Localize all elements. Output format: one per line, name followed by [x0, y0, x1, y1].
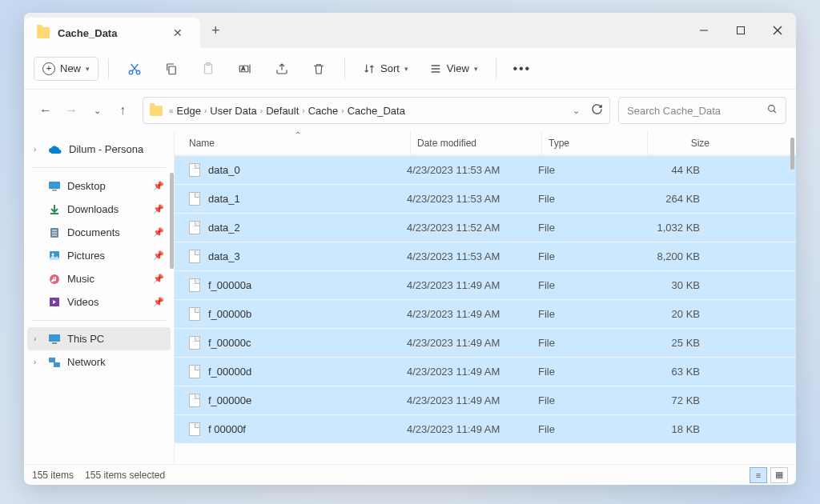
- file-type: File: [532, 279, 637, 291]
- recent-button[interactable]: ⌄: [85, 98, 109, 122]
- file-size: 25 KB: [637, 337, 706, 349]
- file-type: File: [532, 222, 637, 234]
- cloud-icon: [48, 145, 62, 154]
- file-icon: [189, 250, 200, 263]
- pc-icon: [48, 334, 61, 345]
- active-tab[interactable]: Cache_Data ✕: [24, 18, 200, 48]
- back-button[interactable]: ←: [34, 98, 58, 122]
- share-button[interactable]: [266, 54, 298, 83]
- search-input[interactable]: Search Cache_Data: [618, 97, 786, 124]
- item-count: 155 items: [32, 470, 74, 481]
- svg-rect-6: [169, 66, 175, 74]
- minimize-button[interactable]: [685, 13, 722, 48]
- file-size: 30 KB: [637, 279, 706, 291]
- sidebar-item-desktop[interactable]: Desktop📌: [27, 174, 171, 198]
- file-size: 264 KB: [637, 193, 706, 205]
- sort-button[interactable]: Sort ▾: [355, 58, 416, 80]
- sidebar-item-videos[interactable]: Videos📌: [27, 290, 171, 314]
- refresh-button[interactable]: [591, 103, 603, 118]
- sidebar-item-label: Pictures: [67, 250, 105, 262]
- new-tab-button[interactable]: +: [200, 13, 231, 48]
- sidebar-item-label: This PC: [67, 333, 104, 345]
- paste-button[interactable]: [192, 54, 224, 83]
- scrollbar[interactable]: [170, 173, 174, 269]
- sidebar-item-music[interactable]: Music📌: [27, 267, 171, 290]
- file-name: f_00000a: [208, 279, 251, 291]
- copy-button[interactable]: [155, 54, 187, 83]
- content-area: › Dilum - Persona Desktop📌Downloads📌Docu…: [24, 131, 796, 464]
- file-type: File: [532, 308, 637, 320]
- file-date: 4/23/2023 11:49 AM: [400, 394, 532, 406]
- file-date: 4/23/2023 11:49 AM: [400, 423, 532, 435]
- crumb[interactable]: Default: [266, 105, 299, 117]
- file-date: 4/23/2023 11:49 AM: [400, 308, 532, 320]
- column-type[interactable]: Type: [541, 131, 647, 154]
- close-tab-icon[interactable]: ✕: [168, 23, 187, 42]
- file-name: f_00000c: [208, 337, 251, 349]
- navigation-pane: › Dilum - Persona Desktop📌Downloads📌Docu…: [24, 131, 175, 464]
- sidebar-item-onedrive[interactable]: › Dilum - Persona: [27, 138, 171, 161]
- file-row[interactable]: f_00000c4/23/2023 11:49 AMFile25 KB: [175, 328, 796, 357]
- scrollbar[interactable]: [790, 138, 794, 170]
- file-icon: [189, 394, 200, 407]
- folder-icon: [150, 106, 163, 116]
- sidebar-item-label: Music: [67, 273, 94, 285]
- file-row[interactable]: data_34/23/2023 11:53 AMFile8,200 KB: [175, 242, 796, 270]
- file-name: f_00000e: [208, 394, 251, 406]
- videos-icon: [48, 296, 61, 308]
- up-button[interactable]: ↑: [111, 98, 135, 122]
- breadcrumb[interactable]: « Edge › User Data › Default › Cache › C…: [143, 97, 610, 124]
- folder-icon: [37, 27, 50, 38]
- file-type: File: [532, 250, 637, 262]
- delete-button[interactable]: [303, 54, 335, 83]
- crumb[interactable]: Cache_Data: [348, 105, 405, 117]
- close-button[interactable]: [759, 13, 796, 48]
- file-type: File: [532, 164, 637, 176]
- address-dropdown-icon[interactable]: ⌄: [573, 106, 580, 116]
- svg-rect-29: [54, 362, 60, 367]
- file-size: 20 KB: [637, 308, 706, 320]
- file-row[interactable]: data_14/23/2023 11:53 AMFile264 KB: [175, 184, 796, 213]
- crumb[interactable]: User Data: [210, 105, 257, 117]
- chevron-icon: ›: [302, 106, 304, 115]
- thumbnails-view-button[interactable]: ▦: [770, 467, 788, 483]
- file-date: 4/23/2023 11:53 AM: [400, 250, 532, 262]
- file-type: File: [532, 337, 637, 349]
- forward-button[interactable]: →: [59, 98, 83, 122]
- pin-icon: 📌: [153, 227, 164, 238]
- search-icon: [767, 104, 778, 117]
- tab-title: Cache_Data: [58, 27, 117, 39]
- sidebar-item-label: Videos: [67, 296, 99, 308]
- file-row[interactable]: f_00000a4/23/2023 11:49 AMFile30 KB: [175, 270, 796, 299]
- sidebar-item-this-pc[interactable]: › This PC: [27, 327, 171, 350]
- crumb[interactable]: Edge: [177, 105, 201, 117]
- pictures-icon: [48, 250, 61, 262]
- cut-button[interactable]: [119, 54, 151, 83]
- command-bar: + New ▾ A Sort ▾ View ▾ •••: [24, 48, 796, 90]
- maximize-button[interactable]: [722, 13, 759, 48]
- sidebar-item-documents[interactable]: Documents📌: [27, 221, 171, 244]
- file-name: f_00000d: [208, 366, 251, 378]
- file-row[interactable]: f_00000b4/23/2023 11:49 AMFile20 KB: [175, 299, 796, 328]
- file-row[interactable]: f_00000d4/23/2023 11:49 AMFile63 KB: [175, 357, 796, 386]
- file-date: 4/23/2023 11:49 AM: [400, 366, 532, 378]
- sidebar-item-pictures[interactable]: Pictures📌: [27, 244, 171, 267]
- file-row[interactable]: data_24/23/2023 11:52 AMFile1,032 KB: [175, 213, 796, 242]
- file-row[interactable]: data_04/23/2023 11:53 AMFile44 KB: [175, 155, 796, 184]
- column-date[interactable]: Date modified: [410, 131, 541, 154]
- sidebar-item-network[interactable]: › Network: [27, 350, 171, 374]
- file-icon: [189, 365, 200, 378]
- pin-icon: 📌: [153, 297, 164, 307]
- more-button[interactable]: •••: [506, 54, 538, 83]
- column-size[interactable]: Size: [647, 131, 716, 154]
- new-button[interactable]: + New ▾: [34, 57, 98, 81]
- sort-label: Sort: [380, 62, 400, 74]
- rename-button[interactable]: A: [229, 54, 261, 83]
- crumb[interactable]: Cache: [308, 105, 339, 117]
- file-row[interactable]: f_00000e4/23/2023 11:49 AMFile72 KB: [175, 386, 796, 414]
- file-row[interactable]: f 00000f4/23/2023 11:49 AMFile18 KB: [175, 414, 796, 443]
- view-button[interactable]: View ▾: [421, 58, 486, 80]
- file-date: 4/23/2023 11:49 AM: [400, 279, 532, 291]
- sidebar-item-downloads[interactable]: Downloads📌: [27, 198, 171, 221]
- details-view-button[interactable]: ≡: [750, 467, 767, 483]
